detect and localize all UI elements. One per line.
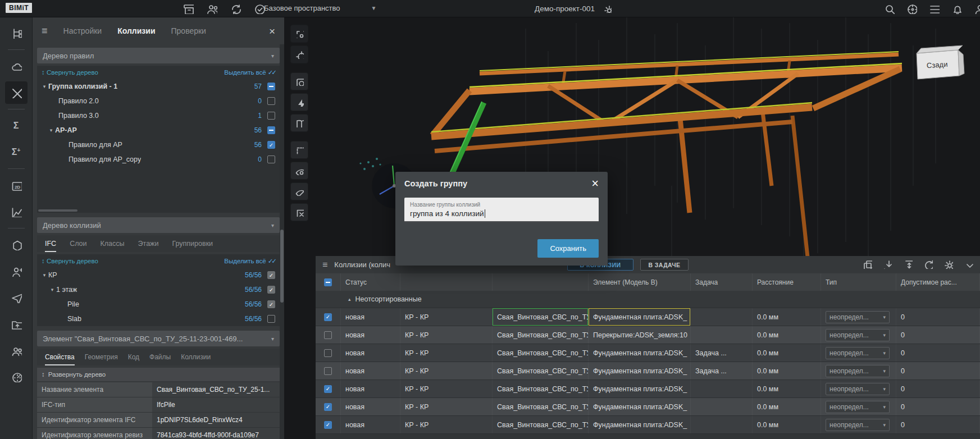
sum-icon[interactable]: Σ (5, 115, 28, 137)
tab-element-collisions[interactable]: Коллизии (181, 353, 211, 365)
table-row[interactable]: новая КР - КР Свая_Винтовая_СВС_по_ТУ_ Ф… (316, 344, 980, 362)
cell-element-a[interactable]: Свая_Винтовая_СВС_по_ТУ_ (493, 380, 589, 397)
col-element-a[interactable] (493, 273, 589, 291)
cell-tolerance[interactable]: 0 (896, 362, 980, 379)
node-checkbox[interactable] (267, 83, 275, 90)
tree-node[interactable]: Правило 3.0 1 (37, 108, 280, 123)
cell-task[interactable] (691, 308, 753, 326)
cell-task[interactable] (691, 398, 753, 415)
close-icon[interactable]: × (269, 26, 275, 36)
row-checkbox[interactable] (324, 349, 332, 357)
in-task-button[interactable]: В ЗАДАЧЕ (640, 259, 689, 271)
expand-triangle-icon[interactable]: ▾ (40, 272, 48, 278)
node-checkbox[interactable] (267, 112, 275, 120)
workspace-selector[interactable]: Базовое пространство ▼ (264, 4, 376, 12)
group-name-input[interactable]: Название группы коллизий группа из 4 кол… (404, 198, 599, 222)
node-checkbox[interactable] (267, 300, 275, 308)
cell-tolerance[interactable]: 0 (896, 416, 980, 433)
users-icon[interactable] (206, 3, 217, 14)
tree-node[interactable]: Pile 56/56 (37, 297, 280, 312)
tab-floors[interactable]: Этажи (138, 240, 159, 252)
expand-tree-link[interactable]: ↕ Развернуть дерево (37, 368, 280, 381)
row-checkbox[interactable] (324, 313, 332, 321)
users-group-icon[interactable] (5, 339, 28, 362)
view-cube[interactable]: Сзади (917, 45, 964, 79)
collision-tree-header[interactable]: Дерево коллизий ▾ (37, 217, 280, 233)
table-row[interactable]: новая КР - КР Свая_Винтовая_СВС_по_ТУ_ Ф… (316, 380, 980, 398)
type-select[interactable]: неопредел...▾ (826, 311, 890, 323)
group-row[interactable]: ▴ Неотсортированные (316, 291, 980, 308)
tab-code[interactable]: Код (128, 353, 139, 365)
col-type[interactable]: Тип (821, 273, 896, 291)
gauge-icon[interactable] (5, 365, 28, 388)
scrollbar-thumb[interactable] (280, 230, 284, 303)
node-checkbox[interactable] (267, 156, 275, 163)
check-circle-icon[interactable] (253, 3, 265, 14)
tree-node[interactable]: Правило 2.0 0 (37, 94, 280, 108)
fit-height-icon[interactable] (902, 259, 913, 269)
tree-node[interactable]: ▾ АР-АР 56 (37, 123, 280, 138)
render-mode-icon[interactable] (290, 72, 308, 90)
tab-settings[interactable]: Настройки (63, 26, 102, 35)
sum-plus-icon[interactable]: Σ+ (5, 141, 28, 163)
send-icon[interactable] (5, 286, 28, 309)
tab-properties[interactable]: Свойства (45, 353, 75, 365)
element-section-header[interactable]: Элемент "Свая_Винтовая_СВС_по_ТУ_25-11-2… (37, 331, 280, 346)
type-select[interactable]: неопредел...▾ (826, 383, 890, 395)
expand-triangle-icon[interactable]: ▾ (48, 287, 56, 292)
tree-node[interactable]: ▾ КР 56/56 (37, 268, 280, 282)
model-tree-icon[interactable] (5, 22, 28, 44)
cloud-icon[interactable] (5, 55, 28, 77)
split-view-icon[interactable] (290, 114, 308, 132)
table-row[interactable]: новая КР - КР Свая_Винтовая_СВС_по_ТУ_ Ф… (316, 362, 980, 380)
cell-element-a[interactable]: Свая_Винтовая_СВС_по_ТУ_ (493, 362, 589, 379)
avatar-icon[interactable] (973, 3, 980, 14)
table-menu-icon[interactable]: ≡ (322, 260, 327, 270)
plugin-icon[interactable] (5, 234, 28, 256)
col-tolerance[interactable]: Допустимое рас... (896, 273, 980, 291)
row-checkbox[interactable] (324, 403, 332, 411)
storage-icon[interactable] (183, 3, 194, 14)
col-task[interactable]: Задача (691, 273, 753, 291)
cell-task[interactable]: Задача ... (691, 344, 753, 362)
bell-icon[interactable] (951, 3, 962, 14)
tree-node[interactable]: Правило для АР_copy 0 (37, 152, 280, 167)
tab-groupings[interactable]: Группировки (172, 240, 213, 252)
type-select[interactable]: неопредел...▾ (826, 419, 890, 431)
refresh-icon[interactable] (923, 259, 933, 269)
section-box-icon[interactable] (290, 25, 308, 43)
user-add-icon[interactable] (5, 260, 28, 282)
tree-node[interactable]: ▾ Группа коллизий - 1 57 (37, 79, 280, 94)
tab-layers[interactable]: Слои (70, 240, 86, 252)
col-element-b[interactable]: Элемент (Модель B) (589, 273, 691, 291)
save-button[interactable]: Сохранить (537, 239, 599, 258)
cell-tolerance[interactable]: 0 (896, 326, 980, 344)
search-icon[interactable] (883, 3, 895, 14)
expand-triangle-icon[interactable]: ▾ (40, 84, 48, 89)
collapse-panel-icon[interactable] (963, 259, 973, 269)
panel-scrollbar[interactable] (280, 44, 284, 439)
tab-ifc[interactable]: IFC (45, 240, 56, 252)
node-checkbox[interactable] (267, 315, 275, 323)
tree-node[interactable]: ▾ 1 этаж 56/56 (37, 282, 280, 297)
panel-menu-icon[interactable]: ≡ (42, 25, 48, 37)
row-checkbox[interactable] (324, 367, 332, 375)
type-select[interactable]: неопредел...▾ (826, 401, 890, 413)
cell-element-b[interactable]: Фундаментная плита:ADSK_ (589, 308, 691, 326)
cell-task[interactable]: Задача ... (691, 362, 753, 379)
cell-element-a[interactable]: Свая_Винтовая_СВС_по_ТУ_ (493, 344, 589, 362)
row-checkbox[interactable] (324, 331, 332, 339)
cell-element-a[interactable]: Свая_Винтовая_СВС_по_ТУ_ (493, 326, 589, 344)
table-row[interactable]: новая КР - КР Свая_Винтовая_СВС_по_ТУ_ Ф… (316, 416, 980, 434)
download-icon[interactable] (882, 259, 892, 269)
tab-collisions[interactable]: Коллизии (117, 26, 155, 35)
table-row[interactable]: новая КР - КР Свая_Винтовая_СВС_по_ТУ_ Ф… (316, 398, 980, 416)
cell-tolerance[interactable]: 0 (896, 380, 980, 397)
cell-tolerance[interactable]: 0 (896, 344, 980, 362)
lightning-icon[interactable] (290, 93, 308, 111)
collapse-group-icon[interactable]: ▴ (348, 296, 351, 302)
cell-element-b[interactable]: Фундаментная плита:ADSK_ (589, 362, 691, 379)
collisions-icon[interactable] (5, 81, 28, 104)
tab-files[interactable]: Файлы (149, 353, 171, 365)
rules-tree-header[interactable]: Дерево правил ▾ (37, 48, 280, 63)
